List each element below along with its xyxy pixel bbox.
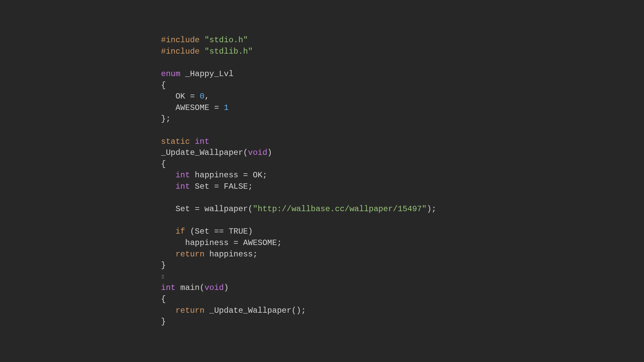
- indent: [161, 306, 175, 315]
- code-block: #include "stdio.h" #include "stdlib.h" e…: [0, 35, 436, 327]
- brace-close: }: [161, 317, 166, 326]
- enum-keyword: enum: [161, 69, 180, 78]
- if-keyword: if: [175, 227, 185, 236]
- paren-close: );: [427, 204, 436, 214]
- preprocessor-directive: #include: [161, 47, 200, 56]
- brace-close: }: [161, 261, 166, 270]
- function-call: Set = wallpaper(: [161, 204, 253, 214]
- brace-open: {: [161, 160, 166, 169]
- url-string: "http://wallbase.cc/wallpaper/15497": [253, 204, 427, 214]
- return-value: happiness;: [205, 250, 258, 259]
- number-literal: 1: [224, 103, 228, 112]
- variable-decl: Set = FALSE;: [190, 182, 253, 191]
- return-keyword: return: [175, 250, 204, 259]
- static-keyword: static: [161, 137, 190, 146]
- brace-open: {: [161, 295, 166, 304]
- indent: [161, 227, 175, 236]
- include-string: "stdlib.h": [200, 47, 253, 56]
- brace-close: };: [161, 114, 171, 123]
- assignment: happiness = AWESOME;: [161, 238, 282, 247]
- include-string: "stdio.h": [200, 36, 248, 45]
- int-type: int: [175, 171, 190, 180]
- enum-member: OK =: [161, 92, 200, 101]
- int-type: int: [175, 182, 190, 191]
- return-keyword: return: [175, 306, 204, 315]
- void-keyword: void: [205, 283, 224, 292]
- unknown-char-icon: ▯: [161, 273, 165, 281]
- enum-name: _Happy_Lvl: [180, 69, 233, 78]
- preprocessor-directive: #include: [161, 36, 200, 45]
- paren-close: ): [267, 148, 272, 157]
- indent: [161, 171, 175, 180]
- number-literal: 0: [200, 92, 204, 101]
- paren-close: ): [224, 283, 228, 292]
- function-name: _Update_Wallpaper(: [161, 148, 248, 157]
- comma: ,: [205, 92, 209, 101]
- brace-open: {: [161, 81, 166, 90]
- return-value: _Update_Wallpaper();: [205, 306, 306, 315]
- condition: (Set == TRUE): [185, 227, 253, 236]
- void-keyword: void: [248, 148, 267, 157]
- indent: [161, 250, 175, 259]
- variable-decl: happiness = OK;: [190, 171, 267, 180]
- enum-member: AWESOME =: [161, 103, 224, 112]
- int-type: int: [190, 137, 209, 146]
- main-function: main(: [175, 283, 204, 292]
- int-type: int: [161, 283, 175, 292]
- indent: [161, 182, 175, 191]
